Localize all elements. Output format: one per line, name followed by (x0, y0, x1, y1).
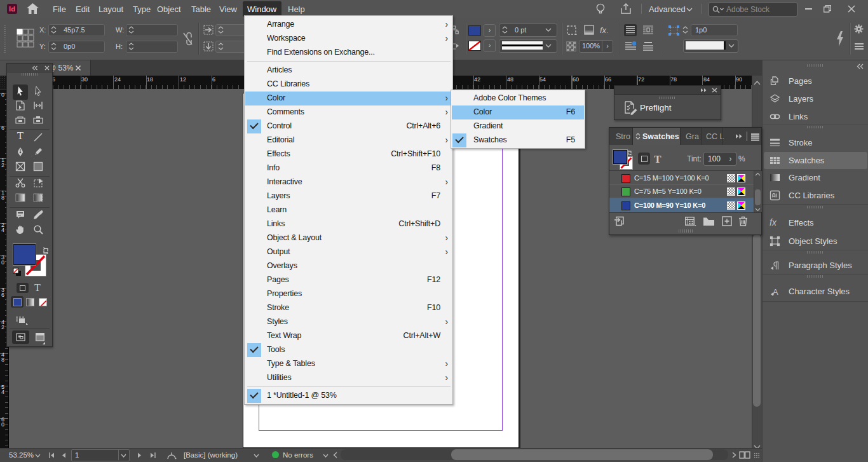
svg-text:A: A (773, 287, 778, 297)
